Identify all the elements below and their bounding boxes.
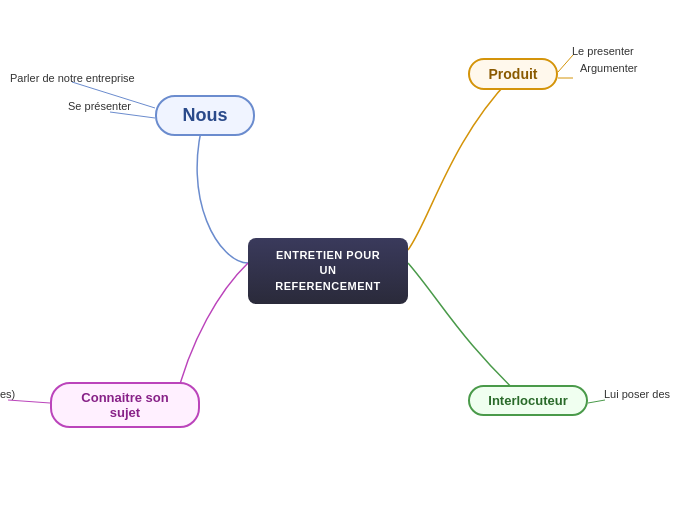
label-es: es) xyxy=(0,388,15,400)
center-node: ENTRETIEN POUR UN REFERENCEMENT xyxy=(248,238,408,304)
label-lui-poser: Lui poser des xyxy=(604,388,670,400)
connaitre-node[interactable]: Connaitre son sujet xyxy=(50,382,200,428)
label-le-presenter: Le presenter xyxy=(572,45,634,57)
nous-node[interactable]: Nous xyxy=(155,95,255,136)
label-argumenter: Argumenter xyxy=(580,62,637,74)
label-parler: Parler de notre entreprise xyxy=(10,72,135,84)
label-se-presenter: Se présenter xyxy=(68,100,131,112)
interlocuteur-node[interactable]: Interlocuteur xyxy=(468,385,588,416)
produit-node[interactable]: Produit xyxy=(468,58,558,90)
